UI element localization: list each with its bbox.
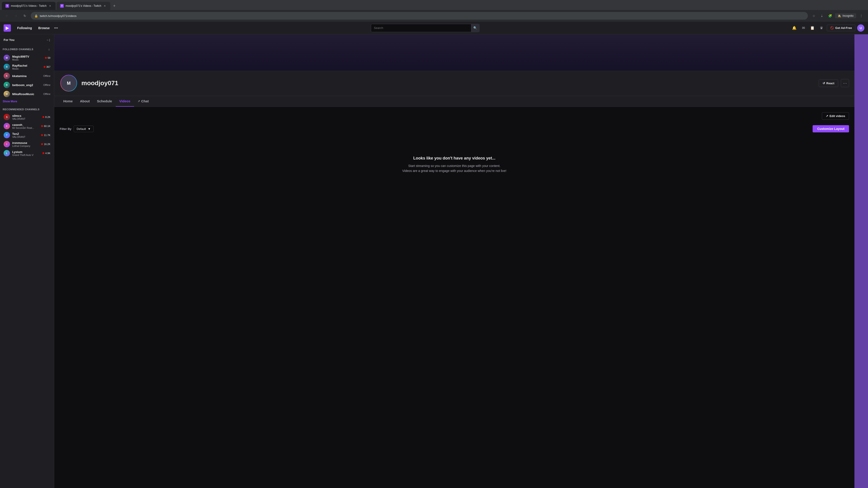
channel-info-bet: betboom_eng2 [12,84,41,87]
forward-button[interactable]: → [13,13,19,19]
activity-button[interactable]: 📋 [809,24,816,32]
channel-game-magic: Music [12,58,43,61]
live-dot-tenz [41,134,43,136]
search-icon: 🔍 [473,26,477,30]
twitch-logo-icon: ▶ [6,26,9,31]
tab-bar: T moodjoy071's Videos - Twitch ✕ T moodj… [0,0,868,10]
channel-name-mika: MikaRoseMusic [12,92,41,96]
incognito-button[interactable]: 🕵 Incognito [835,13,856,18]
channel-tab-home[interactable]: Home [60,96,76,107]
browser-tab-2[interactable]: T moodjoy071's Videos - Twitch ✕ [57,2,110,10]
channel-name-kkat: kkatamina [12,74,41,78]
download-button[interactable]: ⇣ [819,13,825,19]
live-dot-magic [45,57,47,59]
nav-browse[interactable]: Browse [35,24,53,32]
user-avatar-button[interactable]: U [857,24,864,32]
sidebar-item-caseoh[interactable]: C caseoh_ 60 Seconds! Reat... 60.1K [1,122,53,131]
channel-name-tenz: TenZ [12,132,39,135]
search-input[interactable] [371,26,471,30]
for-you-label: For You [4,38,14,41]
channel-tab-schedule[interactable]: Schedule [93,96,116,107]
sidebar-item-kkatamina[interactable]: K kkatamina Offline [1,71,53,80]
live-dot-ray [43,66,45,68]
sidebar: For You ←| FOLLOWED CHANNELS ↕ M Magic89… [0,34,54,488]
channel-avatar-magic: M [4,55,10,61]
messages-button[interactable]: ✉ [800,24,807,32]
bookmark-button[interactable]: ☆ [811,13,817,19]
filter-select[interactable]: Default ▼ [74,126,94,132]
channel-viewers-s0: 8.2K [42,116,51,119]
sidebar-item-magic899tv[interactable]: M Magic899TV Music 59 [1,53,53,62]
channel-info-magic: Magic899TV Music [12,55,43,61]
filter-by: Filter By Default ▼ [60,126,94,132]
get-ad-free-button[interactable]: 🚫 Get Ad-Free [827,25,855,31]
sidebar-collapse-button[interactable]: ←| [46,37,51,42]
crown-button[interactable]: ♛ [818,24,825,32]
channel-name-case: caseoh_ [12,123,39,127]
live-dot-lys [42,152,44,154]
back-button[interactable]: ← [4,13,10,19]
channel-name-s0: s0mcs [12,114,40,118]
sidebar-item-s0mcs[interactable]: S s0mcs VALORANT 8.2K [1,112,53,122]
browser-tab-1[interactable]: T moodjoy071's Videos - Twitch ✕ [2,2,56,10]
twitch-header: ▶ Following Browse ••• 🔍 🔔 ✉ 📋 ♛ 🚫 Get A… [0,22,868,34]
url-bar[interactable]: 🔒 twitch.tv/moodjoy071/videos [31,12,808,20]
videos-toolbar: Filter By Default ▼ Customize Layout [60,125,849,132]
channel-info-ray: RayRachel Music [12,64,41,70]
channel-info-tenz: TenZ VALORANT [12,132,39,138]
edit-videos-button[interactable]: ↗ Edit videos [822,112,849,120]
extensions-button[interactable]: 🧩 [827,13,833,19]
sidebar-item-for-you[interactable]: For You ←| [1,36,53,43]
channel-info-kkat: kkatamina [12,74,41,78]
channel-name-display: moodjoy071 [81,79,118,87]
react-icon: ↺ [823,82,825,85]
channel-viewers-iron: 16.2K [41,143,51,145]
edit-videos-label: Edit videos [830,114,845,118]
sidebar-item-tenz[interactable]: T TenZ VALORANT 11.7K [1,131,53,140]
channel-game-ray: Music [12,67,41,70]
channel-game-tenz: VALORANT [12,135,39,138]
refresh-button[interactable]: ↻ [22,13,28,19]
channel-status-bet: Offline [43,84,51,86]
more-options-button[interactable]: ⋮ [858,13,864,19]
header-more-button[interactable]: ••• [53,24,60,32]
twitch-logo[interactable]: ▶ [4,24,11,32]
sidebar-item-mikarosemusic[interactable]: M MikaRoseMusic Offline [1,90,53,98]
channel-name-bet: betboom_eng2 [12,84,41,87]
empty-state-line2: Videos are a great way to engage with yo… [402,168,506,173]
sidebar-item-rayrachel[interactable]: R RayRachel Music 367 [1,62,53,71]
live-dot-case [41,125,43,127]
sort-channels-button[interactable]: ↕ [47,47,51,52]
channel-info-bar: M moodjoy071 ↺ React ⋯ [54,70,855,96]
tab-close-1[interactable]: ✕ [49,4,52,8]
channel-banner-overlay [54,34,855,70]
notifications-button[interactable]: 🔔 [791,24,798,32]
sidebar-item-lysium[interactable]: L Lysium Grand Theft Auto V 4.9K [1,149,53,158]
channel-tab-chat[interactable]: ↗ Chat [134,96,152,107]
new-tab-button[interactable]: + [111,3,118,9]
customize-layout-button[interactable]: Customize Layout [813,125,849,132]
channel-viewers-lys: 4.9K [42,152,51,155]
address-bar: ← → ↻ 🔒 twitch.tv/moodjoy071/videos ☆ ⇣ … [0,10,868,22]
search-button[interactable]: 🔍 [471,24,479,32]
tab-favicon-1: T [5,4,9,8]
tab-close-2[interactable]: ✕ [103,4,107,8]
channel-viewers-ray: 367 [43,66,51,68]
channel-page: M moodjoy071 ↺ React ⋯ Home A [54,34,855,488]
sidebar-item-betboom[interactable]: B betboom_eng2 Offline [1,80,53,90]
recommended-channels-title: RECOMMENDED CHANNELS [0,106,54,112]
channel-avatar-mika: M [4,91,10,97]
sidebar-item-ironmouse[interactable]: I ironmouse Lethal Company 16.2K [1,140,53,149]
react-button[interactable]: ↺ React [819,79,838,87]
channel-banner [54,34,855,70]
channel-tab-about[interactable]: About [76,96,93,107]
channel-more-button[interactable]: ⋯ [841,79,849,87]
incognito-icon: 🕵 [838,14,841,18]
followed-channels-header: FOLLOWED CHANNELS ↕ [0,45,54,53]
channel-tab-videos[interactable]: Videos [116,96,134,107]
show-more-followed[interactable]: Show More [0,98,54,104]
header-actions: 🔔 ✉ 📋 ♛ 🚫 Get Ad-Free U [791,24,864,32]
channel-info-s0: s0mcs VALORANT [12,114,40,120]
external-link-icon: ↗ [138,100,140,103]
nav-following[interactable]: Following [14,24,35,32]
